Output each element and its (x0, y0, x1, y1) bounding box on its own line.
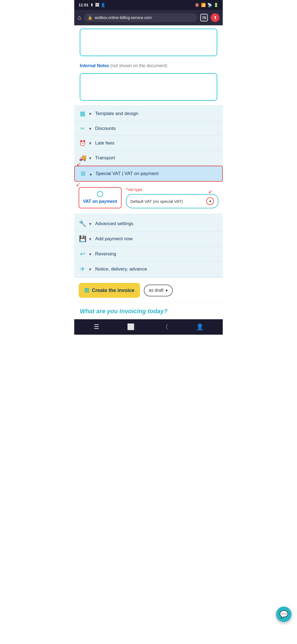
latefees-label: Late fees (95, 140, 114, 146)
payment-label: Add payment now (95, 236, 133, 242)
discounts-label: Discounts (95, 126, 116, 131)
accordion-reversing[interactable]: ↩ ▾ Reversing (74, 247, 223, 262)
notice-icon: ✈ (79, 266, 86, 273)
discounts-icon: ✂ (79, 125, 86, 132)
top-textarea[interactable] (80, 29, 217, 56)
create-invoice-label: Create the invoice (92, 288, 134, 293)
tab-count[interactable]: 75 (200, 14, 208, 21)
internal-notes-textarea[interactable] (80, 73, 217, 101)
advanced-icon: 🔧 (79, 220, 86, 227)
image-icon: 🖼 (95, 3, 99, 7)
bottom-accordion-list: 🔧 ▾ Advanced settings 💾 ▾ Add payment no… (74, 215, 223, 278)
nav-menu-icon[interactable]: ☰ (92, 321, 101, 333)
accordion-notice[interactable]: ✈ ▾ Notice, delivery, advance (74, 262, 223, 277)
template-icon: ▦ (79, 110, 86, 117)
vat-select-value: Default VAT (no special VAT) (130, 199, 206, 204)
internal-notes-bold: Internal Notes (80, 63, 109, 68)
internal-notes-section (74, 70, 223, 105)
accordion-transport[interactable]: 🚚 ▾ Transport (74, 151, 223, 166)
wifi-icon: 📶 (201, 3, 206, 7)
vat-type-section: *Vat type ↙ Default VAT (no special VAT)… (126, 187, 218, 208)
payment-chevron: ▾ (89, 236, 91, 242)
bottom-nav: ☰ ⬜ 〈 👤 (74, 319, 223, 335)
specialvat-icon: ⊞ (79, 170, 87, 177)
top-textarea-section (74, 25, 223, 61)
specialvat-chevron: ▴ (90, 171, 92, 176)
create-invoice-area: ⊞ Create the invoice as draft ▾ (74, 278, 223, 303)
internal-notes-sub: (not shown on the document) (110, 63, 167, 68)
invoicing-banner: What are you invoicing today? (74, 303, 223, 319)
status-bar-right: 🔇 📶 📡 🔋 (195, 3, 218, 7)
arrow-annotation-2: ↙ (76, 181, 81, 188)
nav-home-icon[interactable]: ⬜ (125, 321, 137, 333)
vat-select-chevron-icon[interactable]: ▾ (206, 197, 214, 205)
status-bar-left: 11:51 ⬆ 🖼 👤 (79, 3, 105, 7)
draft-chevron-icon: ▾ (166, 288, 168, 293)
battery-icon: 🔋 (214, 3, 218, 7)
nav-back-icon[interactable]: 〈 (160, 321, 170, 333)
accordion-latefees[interactable]: ⏰ ▾ Late fees (74, 136, 223, 151)
url-text: andbox.online-billing-service.com (95, 15, 152, 20)
notice-chevron: ▾ (89, 267, 91, 272)
transport-chevron: ▾ (89, 155, 91, 161)
accordion-advanced[interactable]: 🔧 ▾ Advanced settings (74, 216, 223, 231)
accordion-template[interactable]: ▦ ▾ Template and design (74, 106, 223, 121)
status-bar: 11:51 ⬆ 🖼 👤 🔇 📶 📡 🔋 (74, 0, 223, 10)
reversing-icon: ↩ (79, 250, 86, 258)
advanced-label: Advanced settings (95, 221, 133, 227)
latefees-chevron: ▾ (89, 141, 91, 146)
notice-label: Notice, delivery, advance (95, 266, 147, 272)
create-invoice-button[interactable]: ⊞ Create the invoice (79, 283, 140, 298)
url-bar[interactable]: 🔒 andbox.online-billing-service.com (84, 13, 197, 22)
internal-notes-label: Internal Notes (not shown on the documen… (74, 61, 223, 70)
specialvat-label: Special VAT | VAT on payment (96, 171, 158, 176)
reversing-chevron: ▾ (89, 252, 91, 257)
vat-payment-box[interactable]: VAT on payment (79, 187, 122, 208)
vat-payment-label: VAT on payment (83, 199, 117, 204)
template-label: Template and design (95, 111, 138, 116)
lock-icon: 🔒 (88, 15, 92, 20)
nav-person-icon[interactable]: 👤 (194, 321, 206, 333)
browser-bar: ⌂ 🔒 andbox.online-billing-service.com 75… (74, 10, 223, 25)
invoicing-banner-text: What are you invoicing today? (80, 308, 167, 315)
person-icon: 👤 (101, 3, 105, 7)
accordion-discounts[interactable]: ✂ ▾ Discounts (74, 121, 223, 136)
upload-button[interactable]: ⬆ (211, 13, 219, 22)
main-content: Internal Notes (not shown on the documen… (74, 25, 223, 319)
arrow-annotation-1: ↙ (76, 161, 81, 167)
advanced-chevron: ▾ (89, 221, 91, 227)
vat-type-select-wrapper[interactable]: Default VAT (no special VAT) ▾ (126, 194, 218, 208)
upload-icon: ⬆ (90, 3, 94, 7)
accordion-specialvat[interactable]: ⊞ ▴ Special VAT | VAT on payment (74, 166, 223, 182)
draft-select[interactable]: as draft ▾ (144, 285, 173, 296)
vat-type-label: *Vat type (126, 187, 218, 192)
reversing-label: Reversing (95, 251, 116, 257)
latefees-icon: ⏰ (79, 140, 86, 146)
template-chevron: ▾ (89, 111, 91, 116)
vat-radio-button[interactable] (97, 191, 103, 197)
transport-label: Transport (95, 155, 115, 161)
time-display: 11:51 (79, 3, 89, 7)
payment-icon: 💾 (79, 235, 86, 242)
arrow-annotation-3: ↙ (208, 188, 213, 195)
home-icon[interactable]: ⌂ (78, 14, 81, 21)
mute-icon: 🔇 (195, 3, 199, 7)
discounts-chevron: ▾ (89, 126, 91, 131)
draft-label: as draft (149, 288, 163, 293)
signal-icon: 📡 (207, 3, 212, 7)
accordion-list: ▦ ▾ Template and design ✂ ▾ Discounts ⏰ … (74, 105, 223, 215)
accordion-payment[interactable]: 💾 ▾ Add payment now (74, 231, 223, 247)
invoice-icon: ⊞ (84, 287, 89, 294)
vat-expanded-section: ↙ VAT on payment *Vat type ↙ Default VAT… (74, 182, 223, 214)
vat-row: ↙ VAT on payment *Vat type ↙ Default VAT… (79, 187, 218, 208)
